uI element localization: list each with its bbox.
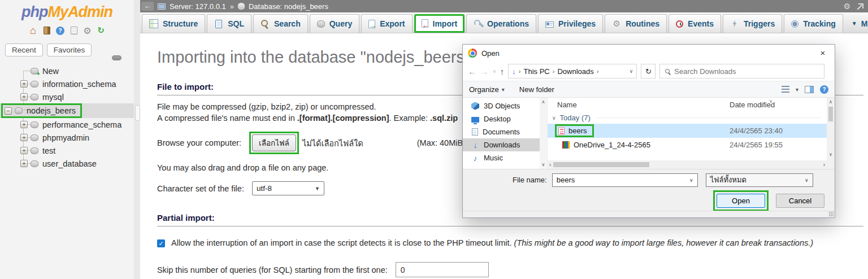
list-view-icon[interactable] xyxy=(782,86,789,93)
resize-grip-icon[interactable] xyxy=(829,212,834,216)
tab-triggers[interactable]: Triggers xyxy=(723,14,782,33)
expand-icon[interactable]: + xyxy=(20,93,28,101)
file-type-select[interactable]: ไฟล์ทั้งหมด∨ xyxy=(706,173,813,187)
place-documents[interactable]: Documents xyxy=(463,125,540,138)
database-icon xyxy=(238,3,245,10)
tree-item-test[interactable]: + test xyxy=(0,144,134,157)
tab-more[interactable]: ▼More xyxy=(845,14,868,33)
tab-import[interactable]: ←Import xyxy=(414,14,465,33)
crumb-downloads[interactable]: Downloads xyxy=(557,67,593,76)
organize-button[interactable]: Organize▾ xyxy=(469,85,505,94)
recent-button[interactable]: Recent xyxy=(5,43,43,56)
up-icon[interactable]: ↑ xyxy=(500,67,505,76)
back-icon[interactable]: ← xyxy=(468,67,476,76)
place-3d-objects[interactable]: 3D Objects xyxy=(463,99,540,112)
home-icon[interactable]: ⌂ xyxy=(28,26,38,36)
charset-label: Character set of the file: xyxy=(157,184,244,193)
skip-queries-input[interactable] xyxy=(396,262,489,277)
column-name[interactable]: Name xyxy=(548,101,730,109)
expand-icon[interactable]: + xyxy=(20,147,28,154)
new-folder-button[interactable]: New folder xyxy=(519,85,554,94)
tree-item-performance-schema[interactable]: + performance_schema xyxy=(0,118,134,131)
phpmyadmin-logo[interactable]: phpMyAdmin xyxy=(0,3,134,21)
tab-structure[interactable]: Structure xyxy=(142,14,205,33)
breadcrumb-database[interactable]: Database: nodejs_beers xyxy=(249,2,328,11)
tree-item-phpmyadmin[interactable]: + phpmyadmin xyxy=(0,131,134,144)
tab-search[interactable]: Search xyxy=(253,14,308,33)
settings-icon[interactable]: ⚙ xyxy=(83,26,92,36)
sort-chevron-icon: ∨ xyxy=(769,99,772,104)
console-link-icon[interactable] xyxy=(112,55,121,60)
tree-item-nodejs-beers[interactable]: − nodejs_beers xyxy=(0,103,134,118)
crumb-this-pc[interactable]: This PC xyxy=(524,67,550,76)
group-header-today[interactable]: ∨ Today (7) xyxy=(548,112,827,124)
panel-resizer[interactable] xyxy=(134,0,140,279)
help-icon[interactable]: ? xyxy=(820,85,828,94)
expand-console-icon[interactable] xyxy=(857,3,863,10)
tree-item-information-schema[interactable]: + information_schema xyxy=(0,77,134,90)
charset-select[interactable]: utf-8▼ xyxy=(252,181,324,195)
favorites-button[interactable]: Favorites xyxy=(47,43,92,56)
open-button[interactable]: Open xyxy=(717,194,765,208)
expand-icon[interactable]: + xyxy=(20,80,28,88)
refresh-icon[interactable]: ↻ xyxy=(641,64,656,79)
file-name-input[interactable]: beers∨ xyxy=(552,173,698,187)
annotation-highlight: − nodejs_beers xyxy=(1,103,82,118)
tree-item-mysql[interactable]: + mysql xyxy=(0,90,134,103)
scroll-right-icon[interactable]: › xyxy=(823,162,825,168)
tab-sql[interactable]: SQL xyxy=(207,14,251,33)
place-music[interactable]: ♪Music xyxy=(463,151,540,164)
horizontal-scrollbar[interactable]: ‹ › xyxy=(548,160,827,169)
cancel-button[interactable]: Cancel xyxy=(776,194,824,208)
page-settings-icon[interactable]: ⚙ xyxy=(843,2,850,11)
file-row-beers[interactable]: beers 24/4/2565 23:40 xyxy=(548,124,827,138)
choose-file-button[interactable]: เลือกไฟล์ xyxy=(252,134,296,151)
tab-privileges[interactable]: Privileges xyxy=(538,14,603,33)
tree-item-new[interactable]: New xyxy=(0,64,134,77)
tab-operations[interactable]: Operations xyxy=(466,14,536,33)
scroll-left-icon[interactable]: ‹ xyxy=(549,162,551,168)
expand-icon[interactable]: + xyxy=(20,160,28,167)
close-icon[interactable]: × xyxy=(811,45,835,62)
collapse-icon[interactable]: − xyxy=(5,107,12,115)
tab-routines[interactable]: ⚙Routines xyxy=(605,14,667,33)
place-desktop[interactable]: Desktop xyxy=(463,112,540,125)
file-name: beers xyxy=(568,127,587,135)
address-chevron-icon[interactable]: ∨ xyxy=(630,68,633,74)
documents-icon xyxy=(472,128,478,136)
help-icon[interactable]: ? xyxy=(55,26,65,36)
file-list-scrollbar[interactable]: ∧ ∨ xyxy=(827,98,835,169)
tab-export[interactable]: →Export xyxy=(361,14,412,33)
tree-item-label: phpmyadmin xyxy=(42,133,89,142)
timeout-checkbox[interactable]: ✓ xyxy=(157,239,165,247)
chevron-down-icon[interactable]: ▾ xyxy=(796,86,798,93)
breadcrumb-server[interactable]: Server: 127.0.0.1 xyxy=(170,2,226,11)
expand-icon[interactable]: + xyxy=(20,134,28,141)
place-downloads[interactable]: ↓Downloads xyxy=(463,138,540,151)
scroll-up-icon[interactable]: ∧ xyxy=(829,99,832,104)
file-row-onedrive[interactable]: OneDrive_1_24-4-2565 24/4/2565 19:55 xyxy=(548,138,827,152)
tab-tracking[interactable]: Tracking xyxy=(784,14,843,33)
forward-icon[interactable]: → xyxy=(480,67,489,76)
column-date-modified[interactable]: ∨Date modified xyxy=(730,101,827,109)
file-name: OneDrive_1_24-4-2565 xyxy=(574,141,650,149)
dialog-titlebar[interactable]: Open × xyxy=(463,45,835,62)
tree-item-user-database[interactable]: + user_database xyxy=(0,157,134,170)
scroll-down-icon[interactable]: ∨ xyxy=(542,162,545,167)
scroll-up-icon[interactable]: ∧ xyxy=(542,99,545,104)
tab-events[interactable]: Events xyxy=(669,14,721,33)
back-arrow-icon[interactable]: ← xyxy=(141,2,154,11)
places-scrollbar[interactable]: ∧ ∨ xyxy=(540,98,547,169)
expand-icon[interactable]: + xyxy=(20,121,28,128)
preview-pane-icon[interactable] xyxy=(805,86,814,93)
scroll-down-icon[interactable]: ∨ xyxy=(829,152,832,157)
reload-navigation-icon[interactable]: ↻ xyxy=(96,26,106,36)
documentation-icon[interactable] xyxy=(69,26,79,36)
tab-query[interactable]: Query xyxy=(310,14,359,33)
scrollbar-thumb[interactable] xyxy=(828,107,833,121)
search-box[interactable]: Search Downloads xyxy=(659,64,824,79)
scrollbar-thumb[interactable] xyxy=(553,162,649,167)
address-bar[interactable]: ↓ › This PC › Downloads › ∨ xyxy=(508,64,637,79)
history-chevron-icon[interactable]: ∨ xyxy=(493,69,496,74)
logout-icon[interactable] xyxy=(42,26,51,36)
